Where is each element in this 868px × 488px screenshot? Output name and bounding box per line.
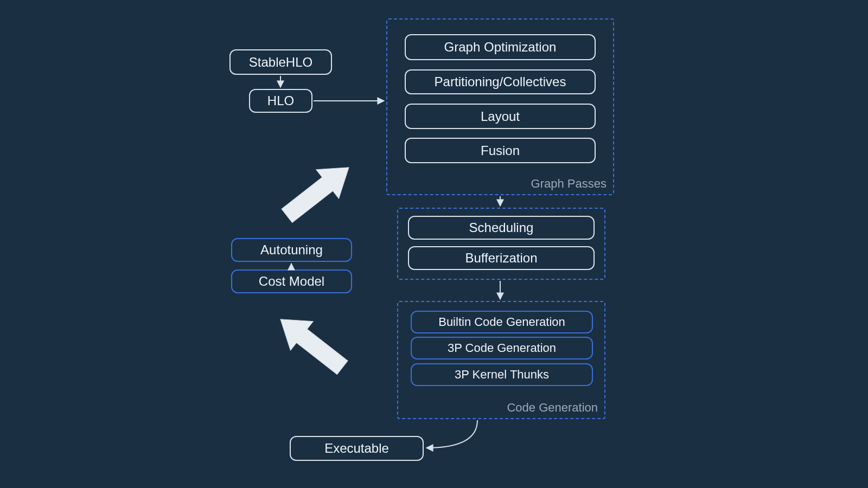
arrow-codegen-to-executable xyxy=(426,420,477,448)
node-layout: Layout xyxy=(405,104,596,129)
node-autotuning: Autotuning xyxy=(231,238,352,262)
group-label-codegen: Code Generation xyxy=(507,401,598,415)
big-arrow-lower xyxy=(269,305,354,382)
node-cost-model: Cost Model xyxy=(231,269,352,293)
big-arrow-upper xyxy=(276,153,360,230)
node-hlo: HLO xyxy=(249,89,312,113)
node-executable: Executable xyxy=(290,436,424,461)
node-partitioning-collectives: Partitioning/Collectives xyxy=(405,69,596,94)
diagram-stage: StableHLO HLO Graph Passes Graph Optimiz… xyxy=(0,0,868,488)
node-stablehlo: StableHLO xyxy=(229,49,332,75)
node-bufferization: Bufferization xyxy=(408,246,595,270)
node-3p-codegen: 3P Code Generation xyxy=(411,337,593,359)
node-fusion: Fusion xyxy=(405,138,596,163)
node-builtin-codegen: Builtin Code Generation xyxy=(411,311,593,333)
node-3p-kernel-thunks: 3P Kernel Thunks xyxy=(411,363,593,386)
group-label-graph-passes: Graph Passes xyxy=(531,177,607,191)
node-scheduling: Scheduling xyxy=(408,216,595,240)
node-graph-optimization: Graph Optimization xyxy=(405,34,596,60)
